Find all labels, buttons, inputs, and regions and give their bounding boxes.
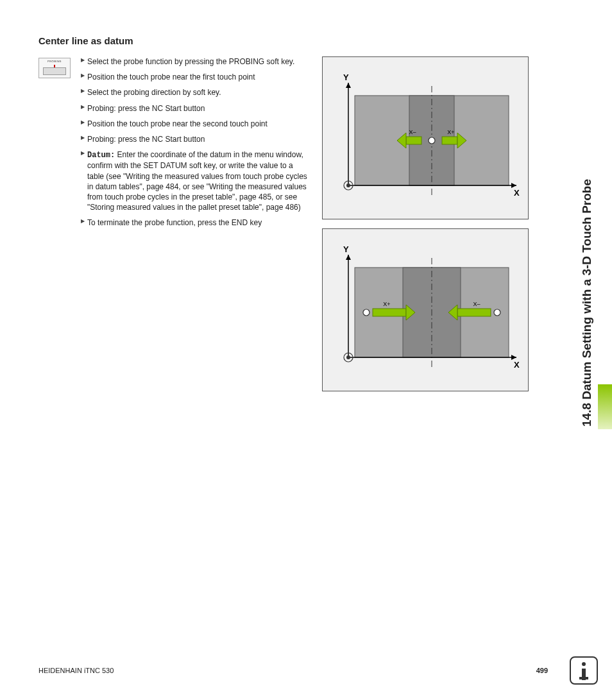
- svg-point-10: [346, 184, 350, 187]
- datum-text: Enter the coordinate of the datum in the…: [87, 150, 307, 212]
- svg-marker-22: [511, 355, 516, 360]
- svg-text:X+: X+: [447, 129, 454, 135]
- svg-rect-34: [457, 309, 491, 316]
- figure-centerline-rib: Y X X–: [322, 56, 529, 219]
- svg-text:X: X: [514, 188, 520, 198]
- step-item: Select the probe function by pressing th…: [81, 56, 312, 67]
- svg-text:Y: Y: [343, 73, 349, 82]
- footer-page-number: 499: [536, 667, 548, 674]
- step-item: Probing: press the NC Start button: [81, 103, 312, 114]
- probing-icon-label: PROBING: [39, 58, 70, 63]
- figure-centerline-slot: Y X X+: [322, 228, 529, 391]
- instruction-list: Select the probe function by pressing th…: [81, 56, 312, 233]
- step-item: Select the probing direction by soft key…: [81, 87, 312, 98]
- svg-rect-12: [406, 137, 421, 144]
- svg-marker-24: [346, 255, 351, 260]
- step-item: Position the touch probe near the first …: [81, 72, 312, 82]
- svg-text:X–: X–: [409, 129, 416, 135]
- svg-text:X–: X–: [473, 301, 480, 307]
- svg-point-29: [363, 309, 370, 316]
- svg-text:X+: X+: [383, 301, 390, 307]
- svg-point-33: [494, 309, 500, 316]
- svg-text:Y: Y: [343, 244, 349, 254]
- svg-marker-6: [346, 83, 351, 88]
- svg-rect-30: [373, 309, 406, 316]
- step-item: Position the touch probe near the second…: [81, 119, 312, 129]
- info-icon: [570, 656, 598, 685]
- svg-rect-15: [442, 137, 457, 144]
- step-item: Probing: press the NC Start button: [81, 134, 312, 144]
- svg-marker-4: [511, 183, 516, 188]
- svg-point-11: [429, 137, 435, 144]
- step-item: To terminate the probe function, press t…: [81, 218, 312, 228]
- svg-point-28: [346, 355, 350, 359]
- datum-label: Datum:: [87, 151, 115, 160]
- footer-product: HEIDENHAIN iTNC 530: [38, 667, 114, 674]
- svg-text:X: X: [514, 360, 520, 370]
- side-chapter-label: 14.8 Datum Setting with a 3-D Touch Prob…: [580, 35, 594, 427]
- probing-softkey-icon: PROBING: [38, 58, 71, 78]
- side-chapter-tab: 14.8 Datum Setting with a 3-D Touch Prob…: [580, 35, 598, 427]
- step-item-datum: Datum: Enter the coordinate of the datum…: [81, 149, 312, 212]
- section-title: Center line as datum: [38, 35, 574, 46]
